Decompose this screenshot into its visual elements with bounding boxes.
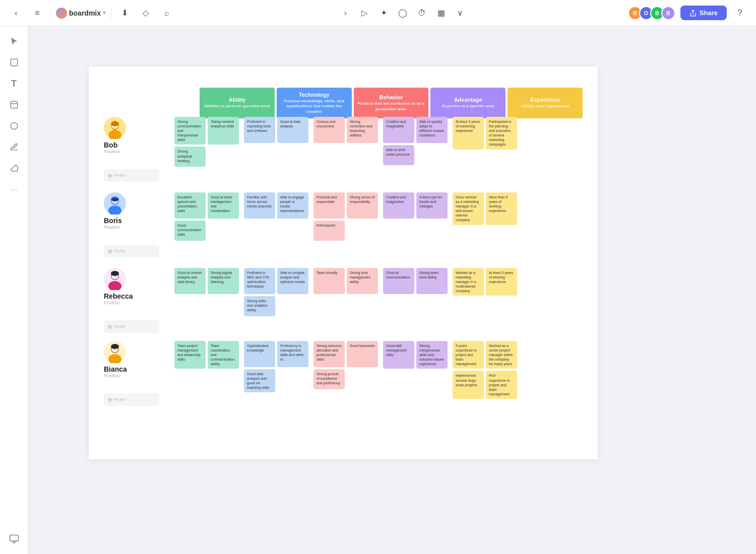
sticky-note[interactable]: Proficiency in management skills and oth… — [277, 341, 308, 367]
experience-notes-bianca: 5 years experience in project and team m… — [453, 341, 517, 399]
sidebar-frame[interactable] — [5, 53, 23, 72]
sidebar-eraser[interactable] — [5, 159, 23, 177]
experience-notes-bob: At least 3 years of marketing experience… — [453, 117, 517, 150]
sticky-note[interactable]: Enthusiastic — [313, 221, 345, 241]
sticky-note[interactable]: At least 3 years of working experience — [486, 268, 517, 296]
person-name-bianca: Bianca — [104, 365, 169, 373]
col-sub-advantage: Expertise in a specific area — [442, 104, 494, 109]
svg-rect-5 — [10, 535, 18, 541]
sticky-note[interactable]: Good at communication — [383, 268, 414, 294]
sticky-note[interactable]: Strong conviction and impacting abilitie… — [347, 117, 378, 143]
sticky-note[interactable]: Proficient in marketing tools and softwa… — [244, 117, 275, 143]
sticky-note[interactable]: Excellent speech and presentation skills — [174, 192, 206, 219]
sticky-note[interactable]: Proficient in SEO and CTA optimization t… — [244, 268, 275, 294]
sticky-note[interactable]: Familiar with terms across media channel… — [244, 192, 275, 219]
sticky-note[interactable]: Creative and imaginative — [383, 192, 414, 219]
sticky-note[interactable]: Strong analytical thinking — [174, 147, 206, 167]
chart-button[interactable]: ▦ — [433, 5, 449, 21]
download-button[interactable]: ⬇ — [116, 5, 133, 21]
sidebar-present[interactable] — [5, 530, 23, 548]
person-name-bob: Bob — [104, 141, 169, 149]
sticky-note[interactable]: 5 years experience in project and team m… — [453, 341, 484, 369]
search-button[interactable]: ⌕ — [159, 5, 175, 21]
sticky-note[interactable]: Good teamwork — [347, 341, 378, 367]
sticky-note[interactable]: Able to work under pressure — [383, 145, 414, 165]
brand-chevron: ▾ — [103, 10, 106, 16]
sticky-note[interactable]: Good communication skills — [174, 221, 206, 241]
tag-button[interactable]: ◇ — [138, 5, 154, 21]
menu-button[interactable]: ≡ — [29, 5, 45, 21]
ability-notes-rebecca: Good at market analysis and data library… — [174, 268, 239, 294]
sticky-note[interactable]: Team coordination and communication abil… — [208, 341, 239, 369]
forward-button[interactable]: › — [337, 5, 353, 21]
sticky-note[interactable]: Strong sense of responsibility — [347, 192, 378, 219]
toolbar-center: › ▷ ✦ ◯ ⏱ ▦ ∨ — [179, 5, 627, 21]
sticky-note[interactable]: Curious and resourceful — [313, 117, 345, 143]
col-header-behavior: Behavior Patterns that are conducive to … — [354, 88, 429, 118]
share-button[interactable]: Share — [680, 6, 727, 20]
sticky-note[interactable]: Good at market analysis and data library — [174, 268, 206, 294]
sticky-note[interactable]: Good at data analysis — [277, 117, 308, 143]
sidebar-shapes[interactable] — [5, 117, 23, 135]
svg-point-12 — [111, 121, 119, 126]
sticky-note[interactable]: Punctual and responsible — [313, 192, 345, 219]
back-button[interactable]: ‹ — [8, 5, 24, 21]
sticky-note[interactable]: Strong skills and analytics ability — [244, 296, 275, 316]
avatar-bob — [104, 117, 126, 139]
sticky-note[interactable]: Good at team management and coordination — [208, 192, 239, 219]
timer-button[interactable]: ⏱ — [414, 5, 430, 21]
sticky-note[interactable]: Able to quickly adapt to different marke… — [416, 117, 448, 143]
sticky-note[interactable]: Sophisticated knowledge — [244, 341, 275, 367]
sticky-note[interactable]: Able to engage people or media represent… — [277, 192, 308, 219]
sticky-note[interactable]: Strong pursuit of excellence and profici… — [313, 369, 345, 389]
behavior-notes-boris: Punctual and responsible Strong sense of… — [313, 192, 378, 241]
sidebar-cursor[interactable] — [5, 32, 23, 50]
left-sidebar: T ··· — [0, 26, 28, 554]
confetti-button[interactable]: ✦ — [375, 5, 392, 21]
tech-notes-bob: Proficient in marketing tools and softwa… — [244, 117, 308, 143]
col-header-ability: Ability Abilities to perform specified w… — [200, 88, 275, 118]
share-label: Share — [700, 9, 718, 17]
sticky-note[interactable]: Team friendly — [313, 268, 345, 294]
sidebar-more[interactable]: ··· — [5, 180, 23, 198]
sticky-note[interactable]: Strong logical analysis and listening — [208, 268, 239, 294]
sticky-note[interactable]: Rich experience in project and team mana… — [486, 371, 517, 398]
sticky-note[interactable]: Creative and imaginative — [383, 117, 414, 143]
sticky-note[interactable]: Good data analysis and good on-boarding … — [244, 369, 275, 392]
sticky-note[interactable]: A keen eye for trends and changes — [416, 192, 448, 219]
sticky-note[interactable]: Once worked as a marketing manager in a … — [453, 192, 484, 225]
avatar-boris — [104, 192, 126, 215]
col-header-experience: Experience Utilizes core experiences — [508, 88, 583, 118]
profile-bob: Profile — [104, 169, 159, 182]
sticky-note[interactable]: Strong time management ability — [347, 268, 378, 294]
chat-button[interactable]: ◯ — [395, 5, 411, 21]
sticky-note[interactable]: Team project management and leadership s… — [174, 341, 206, 369]
sticky-note[interactable]: Strong communication and interpersonal s… — [174, 117, 206, 145]
behavior-notes-bianca: Strong resource allocation and professio… — [313, 341, 378, 389]
brand-icon — [56, 8, 67, 19]
sidebar-sticky[interactable] — [5, 96, 23, 114]
col-header-tech: Technology Possess knowledge, skills, an… — [277, 88, 352, 118]
help-button[interactable]: ? — [732, 5, 748, 21]
sticky-note[interactable]: Participated in the planning and executi… — [486, 117, 517, 150]
col-sub-experience: Utilizes core experiences — [521, 104, 570, 109]
sticky-note[interactable]: Good skill management skills — [383, 341, 414, 369]
col-title-experience: Experience — [530, 97, 560, 103]
sticky-note[interactable]: Able to compile, analyze and optimize re… — [277, 268, 308, 294]
toolbar-left: ‹ ≡ boardmix ▾ ⬇ ◇ ⌕ — [8, 5, 175, 21]
sticky-note[interactable]: More than 5 years of working experience — [486, 192, 517, 225]
sticky-note[interactable]: Strong interpersonal skills and outcome-… — [416, 341, 448, 369]
sticky-note[interactable]: Worked as a marketing manager in a multi… — [453, 268, 484, 296]
person-name-boris: Boris — [104, 217, 169, 225]
sticky-note[interactable]: Worked as a senior project manager withi… — [486, 341, 517, 369]
experience-notes-rebecca: Worked as a marketing manager in a multi… — [453, 268, 517, 296]
sticky-note[interactable]: At least 3 years of marketing experience — [453, 117, 484, 150]
sticky-note[interactable]: Strong resource allocation and professio… — [313, 341, 345, 367]
sidebar-text[interactable]: T — [5, 75, 23, 93]
play-button[interactable]: ▷ — [356, 5, 372, 21]
more-toolbar-button[interactable]: ∨ — [452, 5, 468, 21]
sticky-note[interactable]: Taking needed analytical skills — [208, 117, 239, 145]
sticky-note[interactable]: Implemented several large-scale projects — [453, 371, 484, 398]
sidebar-pen[interactable] — [5, 138, 23, 156]
sticky-note[interactable]: Strong team work ability — [416, 268, 448, 294]
